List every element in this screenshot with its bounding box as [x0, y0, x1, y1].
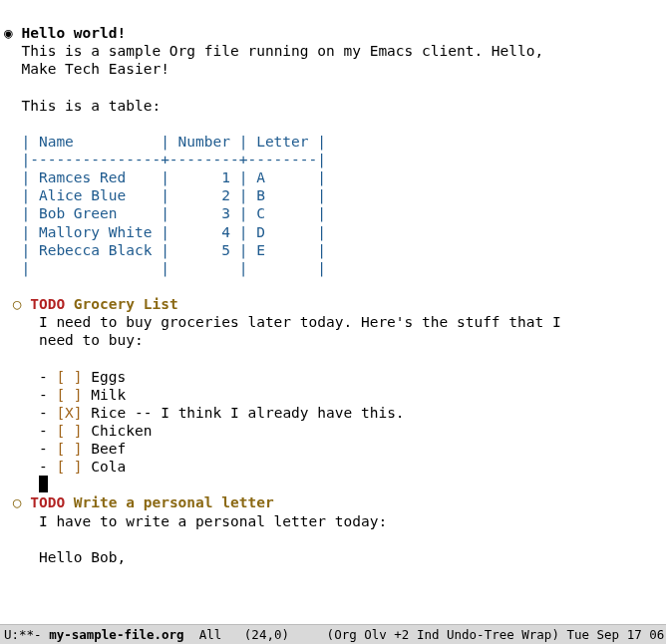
- modeline-filename: my-sample-file.org: [49, 627, 183, 642]
- checklist-item: [4, 387, 39, 403]
- dash-icon: -: [39, 405, 56, 421]
- heading-level2: Grocery List: [74, 296, 178, 312]
- heading-level2: Write a personal letter: [74, 494, 274, 510]
- bullet-level2-icon: ○: [13, 494, 30, 510]
- modeline-info: All (24,0) (Org Olv +2 Ind Undo-Tree Wra…: [184, 627, 666, 642]
- org-table-header: | Name | Number | Letter |: [4, 134, 326, 150]
- dash-icon: -: [39, 459, 56, 475]
- checklist-item: [4, 441, 39, 457]
- checkbox[interactable]: [ ]: [56, 369, 82, 385]
- checkbox[interactable]: [ ]: [56, 441, 82, 457]
- dash-icon: -: [39, 369, 56, 385]
- checklist-label: Cola: [91, 459, 126, 475]
- modeline-status: U:**-: [4, 627, 49, 642]
- todo-keyword[interactable]: TODO: [30, 494, 65, 510]
- body-text: need to buy:: [39, 332, 144, 348]
- body-text: [4, 513, 39, 529]
- body-text: [4, 43, 21, 59]
- body-text: This is a sample Org file running on my …: [21, 43, 543, 59]
- dash-icon: -: [39, 423, 56, 439]
- checkbox[interactable]: [ ]: [56, 423, 82, 439]
- body-text: Make Tech Easier!: [21, 61, 168, 77]
- body-text: [4, 98, 21, 114]
- org-table-row: | Alice Blue | 2 | B |: [4, 187, 326, 203]
- body-text: Hello Bob,: [39, 549, 126, 565]
- body-text: [4, 549, 39, 565]
- body-text: [4, 494, 13, 510]
- body-text: [4, 332, 39, 348]
- org-table-row: | Bob Green | 3 | C |: [4, 205, 326, 221]
- body-text: [4, 61, 21, 77]
- checklist-label: Rice -- I think I already have this.: [91, 405, 404, 421]
- checklist-label: Beef: [91, 441, 126, 457]
- editor-buffer[interactable]: ◉ Hello world! This is a sample Org file…: [0, 0, 666, 624]
- checkbox[interactable]: [ ]: [56, 387, 82, 403]
- checkbox[interactable]: [X]: [56, 405, 82, 421]
- body-text: [4, 314, 39, 330]
- checklist-label: Chicken: [91, 423, 152, 439]
- org-table-row: | Mallory White | 4 | D |: [4, 224, 326, 240]
- checklist-item: [4, 459, 39, 475]
- body-text: [4, 296, 13, 312]
- dash-icon: -: [39, 441, 56, 457]
- org-table-row: | Rebecca Black | 5 | E |: [4, 242, 326, 258]
- mode-line[interactable]: U:**- my-sample-file.org All (24,0) (Org…: [0, 624, 666, 644]
- bullet-level2-icon: ○: [13, 296, 30, 312]
- checklist-item: [4, 423, 39, 439]
- org-table-separator: |---------------+--------+--------|: [4, 152, 326, 167]
- org-table-row: | Ramces Red | 1 | A |: [4, 169, 326, 185]
- org-table-row: | | | |: [4, 260, 326, 276]
- checklist-label: Milk: [91, 387, 126, 403]
- checklist-label: Eggs: [91, 369, 126, 385]
- checklist-item: [4, 369, 39, 385]
- text-cursor: [39, 476, 48, 492]
- body-text: I need to buy groceries later today. Her…: [39, 314, 561, 330]
- heading-level1: Hello world!: [21, 25, 126, 41]
- body-text: I have to write a personal letter today:: [39, 513, 387, 529]
- body-text: This is a table:: [21, 98, 161, 114]
- checklist-item: [4, 405, 39, 421]
- bullet-level1-icon: ◉: [4, 25, 21, 41]
- checkbox[interactable]: [ ]: [56, 459, 82, 475]
- dash-icon: -: [39, 387, 56, 403]
- todo-keyword[interactable]: TODO: [30, 296, 65, 312]
